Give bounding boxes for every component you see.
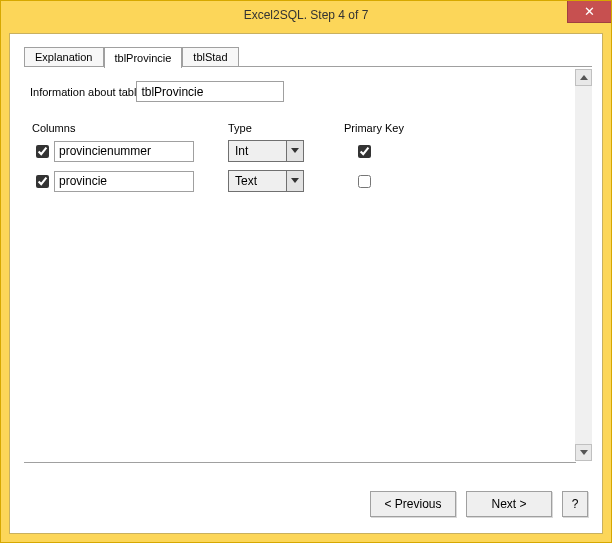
wizard-footer: < Previous Next > ? bbox=[10, 475, 602, 533]
tab-label: Explanation bbox=[35, 51, 93, 63]
header-type: Type bbox=[228, 122, 344, 134]
close-icon: ✕ bbox=[584, 4, 595, 19]
tab-label: tblProvincie bbox=[115, 52, 172, 64]
column-name-input[interactable] bbox=[54, 141, 194, 162]
svg-marker-3 bbox=[580, 450, 588, 455]
tab-strip: Explanation tblProvincie tblStad bbox=[24, 46, 592, 67]
primary-key-checkbox[interactable] bbox=[358, 175, 371, 188]
scroll-up-icon[interactable] bbox=[575, 69, 592, 86]
header-columns: Columns bbox=[30, 122, 228, 134]
type-dropdown-value: Int bbox=[229, 141, 286, 161]
column-row: Int bbox=[30, 140, 586, 162]
chevron-down-icon bbox=[286, 141, 303, 161]
primary-key-checkbox[interactable] bbox=[358, 145, 371, 158]
tab-label: tblStad bbox=[193, 51, 227, 63]
table-name-row: Information about tabl bbox=[30, 81, 586, 102]
vertical-scrollbar[interactable] bbox=[575, 69, 592, 461]
scroll-down-icon[interactable] bbox=[575, 444, 592, 461]
separator bbox=[24, 462, 576, 463]
include-checkbox[interactable] bbox=[36, 175, 49, 188]
type-dropdown[interactable]: Text bbox=[228, 170, 304, 192]
tab-body: Information about tabl Columns Type Prim… bbox=[24, 67, 592, 206]
table-name-input[interactable] bbox=[136, 81, 284, 102]
tab-tblprovincie[interactable]: tblProvincie bbox=[104, 47, 183, 68]
tab-tblstad[interactable]: tblStad bbox=[182, 47, 238, 67]
column-name-input[interactable] bbox=[54, 171, 194, 192]
table-name-label: Information about tabl bbox=[30, 86, 136, 98]
svg-marker-2 bbox=[580, 75, 588, 80]
tab-explanation[interactable]: Explanation bbox=[24, 47, 104, 67]
window-title: Excel2SQL. Step 4 of 7 bbox=[1, 8, 611, 22]
content-area: Explanation tblProvincie tblStad Informa… bbox=[10, 34, 602, 533]
previous-button[interactable]: < Previous bbox=[370, 491, 456, 517]
next-button[interactable]: Next > bbox=[466, 491, 552, 517]
svg-marker-1 bbox=[291, 178, 299, 183]
svg-marker-0 bbox=[291, 148, 299, 153]
type-dropdown-value: Text bbox=[229, 171, 286, 191]
close-button[interactable]: ✕ bbox=[567, 1, 611, 23]
include-checkbox[interactable] bbox=[36, 145, 49, 158]
column-headers: Columns Type Primary Key bbox=[30, 122, 586, 134]
wizard-window: Excel2SQL. Step 4 of 7 ✕ Explanation tbl… bbox=[0, 0, 612, 543]
chevron-down-icon bbox=[286, 171, 303, 191]
column-row: Text bbox=[30, 170, 586, 192]
header-primary-key: Primary Key bbox=[344, 122, 444, 134]
titlebar: Excel2SQL. Step 4 of 7 ✕ bbox=[1, 1, 611, 29]
client-area: Explanation tblProvincie tblStad Informa… bbox=[9, 33, 603, 534]
help-button[interactable]: ? bbox=[562, 491, 588, 517]
type-dropdown[interactable]: Int bbox=[228, 140, 304, 162]
